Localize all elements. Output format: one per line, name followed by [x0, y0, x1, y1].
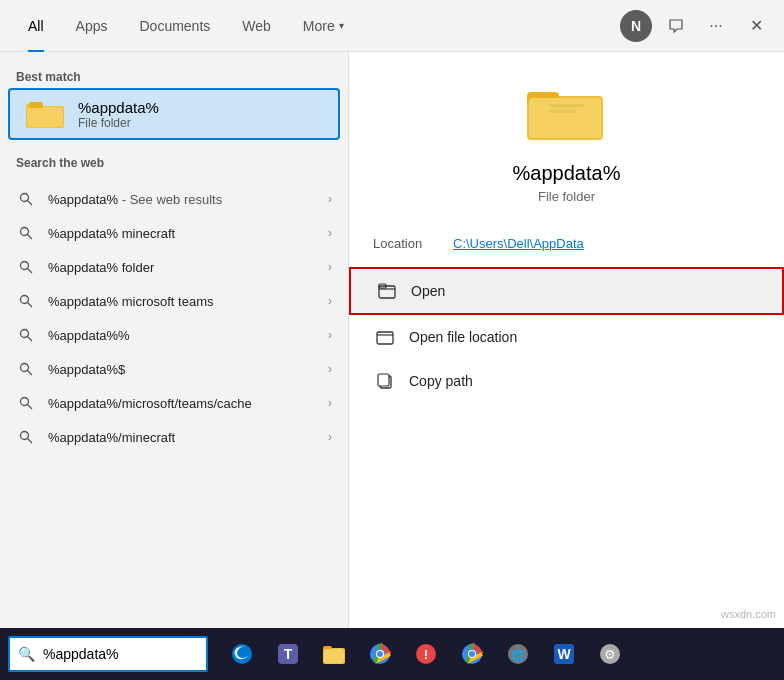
search-item-text-7: %appdata%/microsoft/teams/cache: [48, 396, 328, 411]
svg-point-8: [21, 262, 29, 270]
chevron-right-icon: ›: [328, 192, 332, 206]
chevron-right-icon: ›: [328, 328, 332, 342]
svg-line-5: [28, 201, 33, 206]
svg-point-6: [21, 228, 29, 236]
watermark: wsxdn.com: [721, 608, 776, 620]
feedback-icon[interactable]: [660, 10, 692, 42]
svg-rect-2: [27, 107, 63, 127]
svg-text:🌐: 🌐: [511, 648, 525, 662]
best-match-label: Best match: [0, 64, 348, 88]
search-item-text-6: %appdata%$: [48, 362, 328, 377]
tab-more[interactable]: More ▾: [287, 0, 360, 52]
list-item[interactable]: %appdata%/microsoft/teams/cache ›: [0, 386, 348, 420]
word-taskbar-icon[interactable]: W: [542, 632, 586, 676]
search-icon: [16, 189, 36, 209]
edge-taskbar-icon[interactable]: [220, 632, 264, 676]
best-match-subtitle: File folder: [78, 116, 159, 130]
tab-documents[interactable]: Documents: [123, 0, 226, 52]
taskbar-search-input[interactable]: [43, 646, 183, 662]
news-taskbar-icon[interactable]: !: [404, 632, 448, 676]
taskbar-search-icon: 🔍: [18, 646, 35, 662]
more-options-icon[interactable]: ···: [700, 10, 732, 42]
open-file-location-label: Open file location: [409, 329, 517, 345]
action-list: Open Open file location: [349, 267, 784, 403]
svg-line-7: [28, 235, 33, 240]
search-icon: [16, 291, 36, 311]
svg-rect-24: [549, 110, 577, 113]
search-item-text: %appdata%: [48, 192, 118, 207]
list-item[interactable]: %appdata% folder ›: [0, 250, 348, 284]
search-icon: [16, 393, 36, 413]
top-navigation: All Apps Documents Web More ▾ N ··· ✕: [0, 0, 784, 52]
teams-taskbar-icon[interactable]: T: [266, 632, 310, 676]
best-match-item[interactable]: %appdata% File folder: [8, 88, 340, 140]
tab-all[interactable]: All: [12, 0, 60, 52]
list-item[interactable]: %appdata% - See web results ›: [0, 182, 348, 216]
right-title: %appdata%: [513, 162, 621, 185]
list-item[interactable]: %appdata%$ ›: [0, 352, 348, 386]
open-label: Open: [411, 283, 445, 299]
list-item[interactable]: %appdata%/minecraft ›: [0, 420, 348, 454]
folder-icon: [26, 98, 66, 130]
svg-text:T: T: [284, 646, 293, 662]
svg-rect-27: [377, 332, 393, 344]
search-item-text-8: %appdata%/minecraft: [48, 430, 328, 445]
open-file-location-action[interactable]: Open file location: [349, 315, 784, 359]
close-icon[interactable]: ✕: [740, 10, 772, 42]
copy-path-action[interactable]: Copy path: [349, 359, 784, 403]
search-item-text-5: %appdata%%: [48, 328, 328, 343]
svg-line-11: [28, 303, 33, 308]
copy-path-label: Copy path: [409, 373, 473, 389]
extra-taskbar-icon[interactable]: ⚙: [588, 632, 632, 676]
open-action[interactable]: Open: [349, 267, 784, 315]
search-item-text-2: %appdata% minecraft: [48, 226, 328, 241]
svg-rect-23: [549, 104, 585, 107]
search-icon: [16, 427, 36, 447]
svg-text:!: !: [424, 647, 428, 662]
search-item-text-3: %appdata% folder: [48, 260, 328, 275]
search-items-list: %appdata% - See web results › %appdata% …: [0, 182, 348, 454]
file-location-icon: [373, 325, 397, 349]
list-item[interactable]: %appdata%% ›: [0, 318, 348, 352]
svg-point-16: [21, 398, 29, 406]
best-match-title: %appdata%: [78, 99, 159, 116]
main-content: Best match %appdata% File folder Search …: [0, 52, 784, 628]
search-item-text-4: %appdata% microsoft teams: [48, 294, 328, 309]
svg-point-14: [21, 364, 29, 372]
location-link[interactable]: C:\Users\Dell\AppData: [453, 236, 584, 251]
network-taskbar-icon[interactable]: 🌐: [496, 632, 540, 676]
chevron-right-icon: ›: [328, 294, 332, 308]
explorer-taskbar-icon[interactable]: [312, 632, 356, 676]
taskbar-apps: T: [216, 632, 784, 676]
svg-point-12: [21, 330, 29, 338]
list-item[interactable]: %appdata% microsoft teams ›: [0, 284, 348, 318]
svg-text:W: W: [557, 646, 571, 662]
svg-point-4: [21, 194, 29, 202]
svg-line-15: [28, 371, 33, 376]
svg-point-10: [21, 296, 29, 304]
taskbar-search-box[interactable]: 🔍: [8, 636, 208, 672]
chevron-down-icon: ▾: [339, 20, 344, 31]
right-subtitle: File folder: [538, 189, 595, 204]
search-icon: [16, 223, 36, 243]
svg-rect-3: [29, 102, 43, 108]
location-row: Location C:\Users\Dell\AppData: [349, 228, 784, 259]
right-panel: %appdata% File folder Location C:\Users\…: [348, 52, 784, 628]
svg-rect-29: [378, 374, 389, 386]
svg-point-18: [21, 432, 29, 440]
chrome-taskbar-icon[interactable]: [358, 632, 402, 676]
search-icon: [16, 359, 36, 379]
chevron-right-icon: ›: [328, 260, 332, 274]
chrome2-taskbar-icon[interactable]: [450, 632, 494, 676]
tab-apps[interactable]: Apps: [60, 0, 124, 52]
tab-web[interactable]: Web: [226, 0, 287, 52]
copy-path-icon: [373, 369, 397, 393]
list-item[interactable]: %appdata% minecraft ›: [0, 216, 348, 250]
chevron-right-icon: ›: [328, 396, 332, 410]
chevron-right-icon: ›: [328, 226, 332, 240]
svg-line-13: [28, 337, 33, 342]
open-icon: [375, 279, 399, 303]
left-panel: Best match %appdata% File folder Search …: [0, 52, 348, 628]
avatar[interactable]: N: [620, 10, 652, 42]
svg-rect-35: [324, 649, 344, 663]
